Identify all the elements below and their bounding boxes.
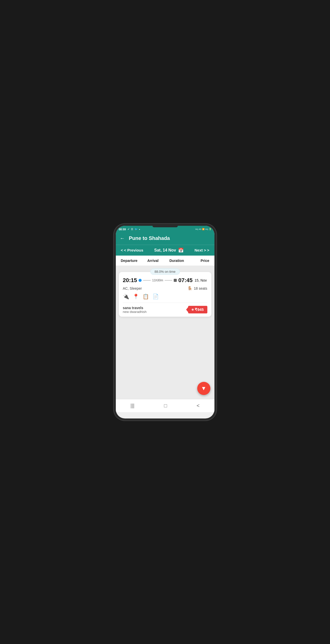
operator-info: sana travels new dwaradhish	[123, 306, 147, 314]
col-arrival: Arrival	[147, 259, 170, 263]
back-nav-button[interactable]: <	[196, 403, 200, 409]
copy-icon: 📄	[152, 293, 159, 300]
phone-frame: 08:59 ✓ ☷ 🐦 • Vo) 4G 📶 Vo) 🔋 ← Pune to S…	[116, 226, 214, 418]
bus-type: AC, Sleeper	[123, 286, 142, 290]
arrival-time: 07:45	[178, 277, 192, 284]
previous-button[interactable]: < < Previous	[121, 248, 143, 252]
date-nav-bar: < < Previous Sat, 14 Nov 📅 Next > >	[116, 245, 214, 256]
col-duration: Duration	[169, 259, 192, 263]
current-date: Sat, 14 Nov	[154, 248, 176, 253]
calendar-icon[interactable]: 📅	[178, 247, 184, 253]
dot-icon: •	[139, 228, 140, 231]
chevron-left-icon: <	[121, 248, 123, 252]
operator-name: sana travels	[123, 306, 147, 310]
seats-count: 18 seats	[194, 286, 207, 290]
price-value: ₹945	[195, 307, 204, 312]
line-left	[143, 280, 151, 281]
departure-time: 20:15	[123, 277, 137, 284]
status-bar-right: Vo) 4G 📶 Vo) 🔋	[195, 228, 211, 230]
boarding-icon: 📋	[143, 293, 149, 300]
chevron-right-icon: >	[207, 248, 209, 252]
column-headers: Departure Arrival Duration Price	[116, 256, 214, 266]
home-button[interactable]: □	[164, 403, 167, 409]
back-button[interactable]: ←	[120, 235, 125, 241]
time: 08:59	[119, 228, 126, 231]
charging-icon: 🔌	[123, 293, 129, 300]
content-area: 88.0% on time 20:15 11h30m 07:45 15, Nov…	[116, 266, 214, 399]
header: ← Pune to Shahada	[116, 233, 214, 245]
shield-icon: ✓	[127, 228, 129, 231]
next-button[interactable]: Next > >	[194, 248, 209, 252]
operator-row: sana travels new dwaradhish ₹945	[123, 306, 207, 314]
blue-dot-icon	[139, 279, 142, 282]
location-icon: 📍	[133, 293, 139, 300]
on-time-badge: 88.0% on time	[150, 268, 180, 275]
next-label: Next >	[194, 248, 206, 252]
amazon-icon: ☷	[131, 228, 133, 231]
time-row: 20:15 11h30m 07:45 15, Nov	[123, 277, 207, 284]
amenities-row: 🔌 📍 📋 📄	[123, 293, 207, 303]
twitter-icon: 🐦	[135, 228, 138, 231]
page-title: Pune to Shahada	[129, 235, 170, 241]
seat-icon: 🪑	[187, 286, 192, 291]
network-info: Vo) 4G 📶 Vo) 🔋	[195, 228, 211, 230]
notch	[152, 226, 178, 227]
status-bar-left: 08:59 ✓ ☷ 🐦 •	[119, 228, 140, 231]
col-departure: Departure	[121, 259, 147, 263]
gray-square-icon	[174, 279, 177, 282]
col-price: Price	[192, 259, 209, 263]
filter-icon: ▼	[201, 385, 207, 392]
arrival-date: 15, Nov	[194, 278, 207, 282]
duration-label: 11h30m	[152, 279, 163, 282]
card-body: 20:15 11h30m 07:45 15, Nov AC, Sleeper 🪑…	[119, 272, 211, 317]
recent-apps-button[interactable]: |||	[130, 403, 135, 409]
seats-info: 🪑 18 seats	[187, 286, 207, 291]
card-sub-row: AC, Sleeper 🪑 18 seats	[123, 286, 207, 291]
price-dot	[192, 309, 194, 311]
price-tag[interactable]: ₹945	[188, 306, 207, 313]
date-display: Sat, 14 Nov 📅	[154, 247, 184, 253]
bus-card[interactable]: 88.0% on time 20:15 11h30m 07:45 15, Nov…	[119, 272, 211, 317]
line-right	[165, 280, 172, 281]
operator-bus: new dwaradhish	[123, 310, 147, 314]
filter-fab-button[interactable]: ▼	[197, 382, 210, 395]
bottom-nav-bar: ||| □ <	[116, 399, 214, 412]
previous-label: < Previous	[124, 248, 143, 252]
